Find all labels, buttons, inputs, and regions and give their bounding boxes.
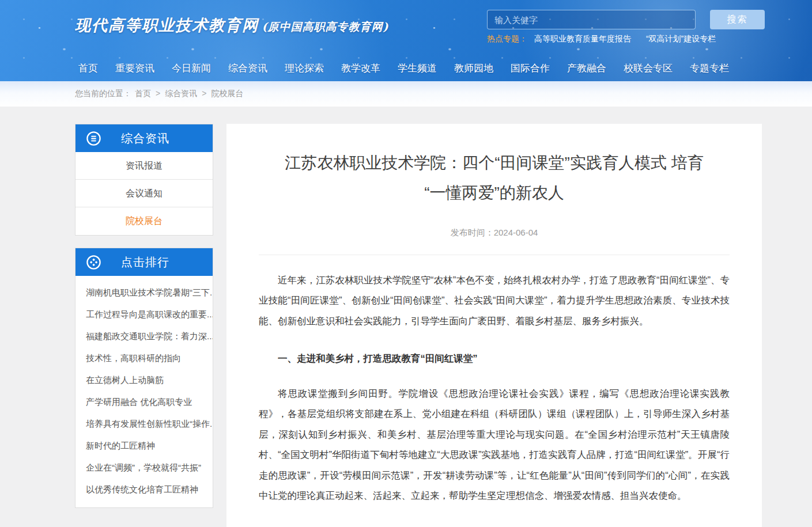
ranking-item-9[interactable]: 企业在“调频”，学校就得“共振” — [75, 457, 213, 479]
sidebar: 综合资讯 资讯报道会议通知院校展台 点击排行 湖南机电职业技术学院暑期“三下..… — [75, 124, 213, 520]
breadcrumb-items: 首页>综合资讯>院校展台 — [135, 89, 243, 99]
article-paragraph: 将思政课堂搬到乡间田野。学院增设《思想政治理论课社会实践》课程，编写《思想政治理… — [259, 384, 730, 506]
ranking-item-5[interactable]: 在立德树人上动脑筋 — [75, 369, 213, 391]
nav-item-12[interactable]: 专题专栏 — [686, 59, 732, 77]
breadcrumb: 您当前的位置： 首页>综合资讯>院校展台 — [0, 81, 812, 107]
sidebar-ranking-widget: 点击排行 湖南机电职业技术学院暑期“三下...工作过程导向是高职课改的重要...… — [75, 248, 213, 508]
site-logo-sub: (原中国高职高专教育网) — [262, 20, 389, 33]
article-divider — [259, 255, 730, 255]
category-widget-header: 综合资讯 — [75, 124, 213, 152]
nav-item-10[interactable]: 产教融合 — [564, 59, 610, 77]
sidebar-item-1[interactable]: 资讯报道 — [75, 152, 213, 180]
ranking-widget-header: 点击排行 — [75, 248, 213, 276]
breadcrumb-item-1[interactable]: 首页 — [135, 89, 151, 98]
site-logo[interactable]: 现代高等职业技术教育网 (原中国高职高专教育网) — [75, 15, 389, 36]
ranking-item-10[interactable]: 以优秀传统文化培育工匠精神 — [75, 479, 213, 501]
article-section-heading: 二、面向广袤田野，打造专业技能“田间匠课堂” — [259, 523, 730, 527]
site-header: 现代高等职业技术教育网 (原中国高职高专教育网) 搜索 热点专题： 高等职业教育… — [0, 0, 812, 81]
nav-item-4[interactable]: 综合资讯 — [225, 59, 271, 77]
breadcrumb-item-3[interactable]: 院校展台 — [211, 89, 243, 98]
sidebar-item-2[interactable]: 会议通知 — [75, 180, 213, 207]
hot-topic-link-2[interactable]: “双高计划”建设专栏 — [646, 34, 716, 43]
nav-item-9[interactable]: 国际合作 — [507, 59, 553, 77]
category-widget-title: 综合资讯 — [121, 131, 169, 146]
ranking-item-6[interactable]: 产学研用融合 优化高职专业 — [75, 391, 213, 413]
hot-topic-link-1[interactable]: 高等职业教育质量年度报告 — [534, 34, 631, 43]
nav-item-5[interactable]: 理论探索 — [281, 59, 327, 77]
hot-topics-label: 热点专题： — [487, 34, 527, 43]
site-logo-main: 现代高等职业技术教育网 — [75, 16, 259, 34]
nav-item-7[interactable]: 学生频道 — [394, 59, 440, 77]
hot-topics-links: 高等职业教育质量年度报告“双高计划”建设专栏 — [534, 34, 731, 43]
search-button[interactable]: 搜索 — [710, 10, 765, 29]
article-card: 江苏农林职业技术学院：四个“田间课堂”实践育人模式 培育“一懂两爱”的新农人 发… — [226, 124, 762, 527]
list-circle-icon — [86, 131, 101, 146]
breadcrumb-label: 您当前的位置： — [75, 89, 131, 99]
article-title: 江苏农林职业技术学院：四个“田间课堂”实践育人模式 培育“一懂两爱”的新农人 — [259, 148, 730, 208]
sidebar-item-3-active[interactable]: 院校展台 — [75, 207, 213, 235]
ranking-item-7[interactable]: 培养具有发展性创新性职业“操作... — [75, 413, 213, 435]
article-paragraph: 近年来，江苏农林职业技术学院坚守“农林”本色不变，始终扎根农村办学，打造了思政教… — [259, 270, 730, 331]
nav-item-6[interactable]: 教学改革 — [338, 59, 384, 77]
search-area: 搜索 — [487, 10, 696, 29]
article-section-heading: 一、走进和美乡村，打造思政教育“田间红课堂” — [259, 348, 730, 369]
ranking-item-4[interactable]: 技术性，高职科研的指向 — [75, 347, 213, 369]
ranking-widget-title: 点击排行 — [121, 255, 169, 270]
article-publish-date: 发布时间：2024-06-04 — [259, 228, 730, 238]
breadcrumb-separator: > — [156, 89, 160, 98]
article-body: 近年来，江苏农林职业技术学院坚守“农林”本色不变，始终扎根农村办学，打造了思政教… — [259, 270, 730, 527]
page-body: 综合资讯 资讯报道会议通知院校展台 点击排行 湖南机电职业技术学院暑期“三下..… — [0, 107, 812, 527]
main-nav: 首页重要资讯今日新闻综合资讯理论探索教学改革学生频道教师园地国际合作产教融合校联… — [75, 55, 732, 81]
compass-circle-icon — [86, 255, 101, 270]
nav-item-8[interactable]: 教师园地 — [451, 59, 497, 77]
hot-topics-row: 热点专题： 高等职业教育质量年度报告“双高计划”建设专栏 — [487, 34, 731, 44]
ranking-item-1[interactable]: 湖南机电职业技术学院暑期“三下... — [75, 282, 213, 304]
nav-item-2[interactable]: 重要资讯 — [112, 59, 158, 77]
ranking-item-3[interactable]: 福建船政交通职业学院：着力深... — [75, 325, 213, 347]
breadcrumb-item-2[interactable]: 综合资讯 — [165, 89, 197, 98]
nav-item-3[interactable]: 今日新闻 — [168, 59, 214, 77]
sidebar-category-widget: 综合资讯 资讯报道会议通知院校展台 — [75, 124, 213, 236]
ranking-item-8[interactable]: 新时代的工匠精神 — [75, 435, 213, 457]
nav-item-1[interactable]: 首页 — [75, 59, 101, 77]
ranking-item-2[interactable]: 工作过程导向是高职课改的重要... — [75, 304, 213, 325]
ranking-item-list: 湖南机电职业技术学院暑期“三下...工作过程导向是高职课改的重要...福建船政交… — [75, 276, 213, 507]
category-item-list: 资讯报道会议通知院校展台 — [75, 152, 213, 235]
search-input[interactable] — [487, 10, 696, 29]
breadcrumb-separator: > — [202, 89, 206, 98]
nav-item-11[interactable]: 校联会专区 — [620, 59, 676, 77]
